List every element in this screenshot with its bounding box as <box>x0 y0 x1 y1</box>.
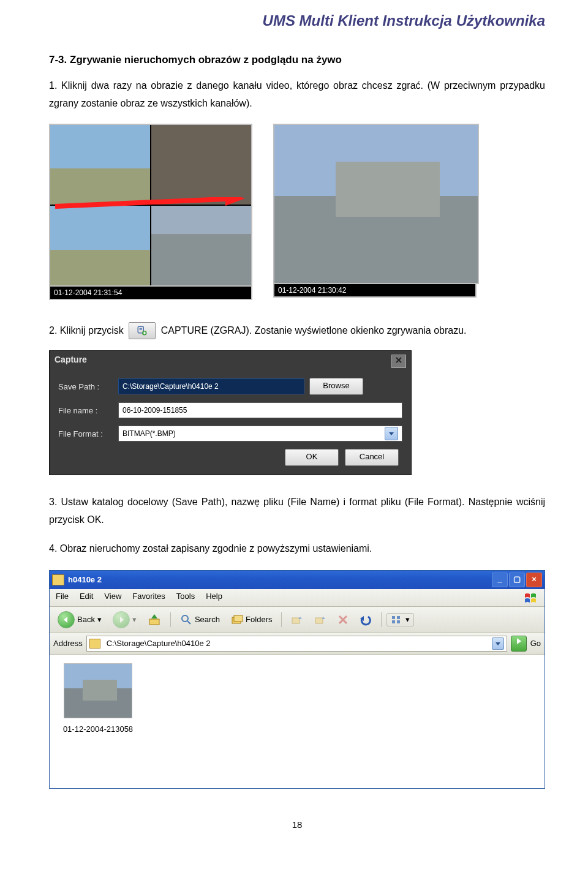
page-header: UMS Multi Klient Instrukcja Użytkownika <box>49 12 545 29</box>
explorer-window: h0410e 2 _ ▢ × File Edit View Favorites … <box>49 570 545 789</box>
address-label: Address <box>53 639 83 648</box>
save-path-label: Save Path : <box>58 382 113 391</box>
svg-rect-19 <box>292 618 300 623</box>
menu-edit[interactable]: Edit <box>80 592 93 604</box>
save-path-input[interactable]: C:\Storage\Capture\h0410e 2 <box>118 378 304 394</box>
capture-dialog: Capture Save Path : C:\Storage\Capture\h… <box>49 350 412 475</box>
file-name-label: File name : <box>58 406 113 415</box>
undo-icon[interactable] <box>355 612 376 628</box>
browse-button[interactable]: Browse <box>309 378 363 395</box>
menu-view[interactable]: View <box>104 592 121 604</box>
file-name-input[interactable]: 06-10-2009-151855 <box>118 402 402 418</box>
timestamp-right: 01-12-2004 21:30:42 <box>273 284 477 298</box>
svg-rect-18 <box>234 615 243 622</box>
maximize-icon[interactable]: ▢ <box>509 573 525 587</box>
folders-label: Folders <box>246 615 272 624</box>
menu-tools[interactable]: Tools <box>176 592 195 604</box>
svg-marker-12 <box>120 617 124 623</box>
close-icon[interactable]: × <box>526 573 542 587</box>
search-button[interactable]: Search <box>176 612 224 628</box>
paragraph-2: 2. Kliknij przycisk CAPTURE (ZGRAJ). Zos… <box>49 322 545 340</box>
paragraph-2a: 2. Kliknij przycisk <box>49 325 126 336</box>
ok-button[interactable]: OK <box>285 449 339 466</box>
cancel-button[interactable]: Cancel <box>345 449 399 466</box>
svg-marker-11 <box>64 617 67 623</box>
svg-marker-14 <box>151 614 157 618</box>
svg-marker-10 <box>389 432 394 435</box>
explorer-body: 01-12-2004-213058 <box>50 655 545 788</box>
svg-rect-29 <box>397 620 400 623</box>
svg-rect-13 <box>149 619 159 625</box>
camera-cell <box>50 206 150 285</box>
back-label: Back <box>77 615 95 624</box>
paragraph-2b: CAPTURE (ZGRAJ). Zostanie wyświetlone ok… <box>161 325 467 336</box>
thumbnail-caption: 01-12-2004-213058 <box>58 724 138 734</box>
file-format-label: File Format : <box>58 429 113 438</box>
search-label: Search <box>195 615 220 624</box>
svg-rect-21 <box>315 618 323 623</box>
camera-figure-row: 01-12-2004 21:31:54 01-12-2004 21:30:42 <box>49 124 545 300</box>
copy-to-icon[interactable] <box>310 612 331 628</box>
svg-line-16 <box>187 621 190 624</box>
file-thumbnail[interactable]: 01-12-2004-213058 <box>58 663 138 734</box>
close-icon[interactable] <box>391 355 406 368</box>
dialog-title: Capture <box>55 355 87 368</box>
svg-rect-27 <box>397 616 400 619</box>
menu-favorites[interactable]: Favorites <box>132 592 165 604</box>
delete-icon[interactable] <box>333 612 353 627</box>
timestamp-left: 01-12-2004 21:31:54 <box>49 287 252 300</box>
svg-point-15 <box>182 615 188 622</box>
svg-rect-26 <box>392 616 395 619</box>
menu-file[interactable]: File <box>56 592 69 604</box>
svg-marker-30 <box>496 642 500 645</box>
paragraph-1: 1. Kliknij dwa razy na obrazie z danego … <box>49 77 545 113</box>
minimize-icon[interactable]: _ <box>492 573 508 587</box>
camera-block-right: 01-12-2004 21:30:42 <box>273 124 477 300</box>
folder-icon <box>89 639 100 649</box>
views-icon[interactable]: ▾ <box>386 613 414 626</box>
explorer-title: h0410e 2 <box>68 575 102 584</box>
paragraph-4: 4. Obraz nieruchomy został zapisany zgod… <box>49 540 545 558</box>
chevron-down-icon[interactable] <box>385 427 398 440</box>
capture-button-icon[interactable] <box>129 322 156 339</box>
svg-marker-31 <box>517 638 521 644</box>
camera-cell <box>151 206 251 285</box>
explorer-menu: File Edit View Favorites Tools Help <box>50 589 545 607</box>
menu-help[interactable]: Help <box>206 592 222 604</box>
folders-button[interactable]: Folders <box>227 612 276 628</box>
chevron-down-icon[interactable] <box>492 637 504 650</box>
up-button[interactable] <box>143 611 165 628</box>
camera-cell <box>151 125 251 205</box>
page-number: 18 <box>49 819 545 830</box>
camera-cell <box>50 125 150 205</box>
back-button[interactable]: Back ▾ <box>53 609 106 630</box>
file-format-select[interactable]: BITMAP(*.BMP) <box>118 426 402 442</box>
address-value: C:\Storage\Capture\h0410e 2 <box>107 639 489 648</box>
folder-icon <box>52 574 64 585</box>
go-button[interactable] <box>511 636 527 652</box>
paragraph-3: 3. Ustaw katalog docelowy (Save Path), n… <box>49 494 545 529</box>
svg-rect-28 <box>392 620 395 623</box>
go-label: Go <box>530 639 541 648</box>
file-format-value: BITMAP(*.BMP) <box>123 426 176 441</box>
windows-logo-icon <box>524 592 538 604</box>
section-heading: 7-3. Zgrywanie nieruchomych obrazów z po… <box>49 54 545 66</box>
move-to-icon[interactable] <box>287 612 307 628</box>
address-input[interactable]: C:\Storage\Capture\h0410e 2 <box>86 636 507 652</box>
forward-button[interactable]: ▾ <box>108 609 141 630</box>
camera-block-left: 01-12-2004 21:31:54 <box>49 124 252 300</box>
